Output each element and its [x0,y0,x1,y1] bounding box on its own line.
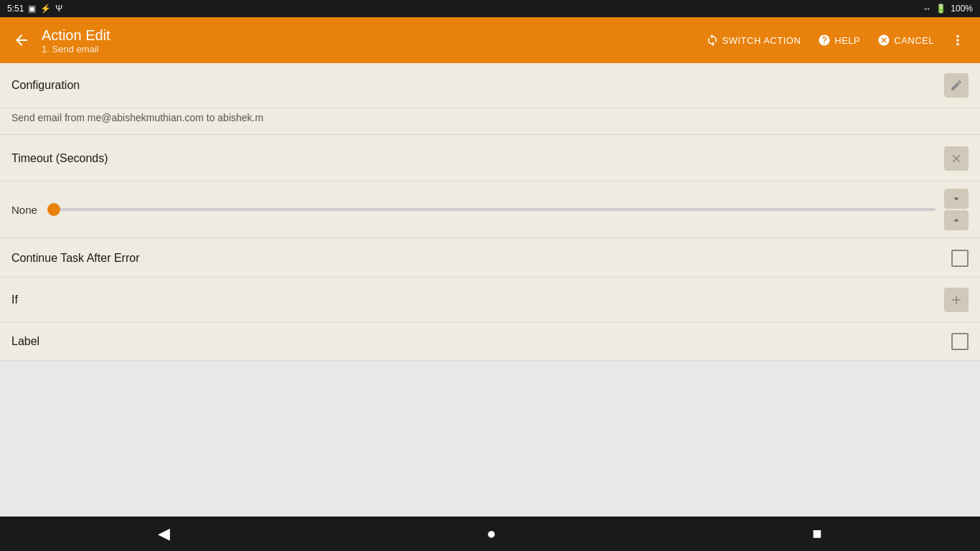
status-right: ↔ 🔋 100% [923,4,973,14]
status-icon-3: Ψ [55,4,62,14]
continue-task-checkbox[interactable] [951,250,969,267]
cancel-button[interactable]: CANCEL [870,28,941,52]
status-bar: 5:51 ▣ ⚡ Ψ ↔ 🔋 100% [0,0,980,17]
timeout-clear-button[interactable] [944,146,969,171]
title-block: Action Edit 1. Send email [42,27,692,55]
switch-action-label: SWITCH ACTION [722,35,801,46]
configuration-label: Configuration [11,79,80,92]
configuration-section-header: Configuration [0,63,980,108]
label-checkbox[interactable] [951,333,969,350]
nav-back-button[interactable]: ◀ [141,519,187,549]
page-title: Action Edit [42,27,692,44]
continue-task-label: Continue Task After Error [11,252,139,265]
status-left: 5:51 ▣ ⚡ Ψ [7,4,62,14]
help-button[interactable]: HELP [811,28,867,52]
status-icon-2: ⚡ [40,4,51,14]
configuration-edit-button[interactable] [944,73,969,98]
if-add-button[interactable] [944,288,969,312]
switch-action-button[interactable]: SWITCH ACTION [699,28,809,52]
more-options-button[interactable] [944,27,971,54]
bottom-nav: ◀ ● ■ [0,517,980,551]
timeout-slider-track[interactable] [47,208,936,211]
connection-icon: ↔ [923,4,931,14]
timeout-slider-row: None [0,182,980,238]
configuration-description-row: Send email from me@abishekmuthian.com to… [0,108,980,135]
timeout-step-down-button[interactable] [944,189,969,209]
label-label: Label [11,335,39,348]
label-section-row: Label [0,323,980,361]
if-label: If [11,293,18,306]
app-bar: Action Edit 1. Send email SWITCH ACTION … [0,17,980,63]
time: 5:51 [7,4,24,14]
cancel-label: CANCEL [894,35,934,46]
nav-home-button[interactable]: ● [469,519,513,549]
timeout-section-header: Timeout (Seconds) [0,136,980,182]
nav-recent-button[interactable]: ■ [795,519,839,549]
status-icon-1: ▣ [28,4,36,14]
if-section-header: If [0,278,980,323]
timeout-steppers [944,189,969,230]
timeout-none-label: None [11,204,39,216]
continue-task-row: Continue Task After Error [0,240,980,278]
timeout-slider-thumb[interactable] [47,203,60,216]
battery-percent: 100% [951,4,973,14]
timeout-label: Timeout (Seconds) [11,152,108,165]
appbar-actions: SWITCH ACTION HELP CANCEL [699,27,972,54]
battery-icon: 🔋 [936,4,946,14]
help-label: HELP [834,35,860,46]
back-button[interactable] [9,27,34,53]
main-content: Configuration Send email from me@abishek… [0,63,980,361]
configuration-description: Send email from me@abishekmuthian.com to… [11,112,263,123]
timeout-step-up-button[interactable] [944,210,969,230]
page-subtitle: 1. Send email [42,44,692,55]
